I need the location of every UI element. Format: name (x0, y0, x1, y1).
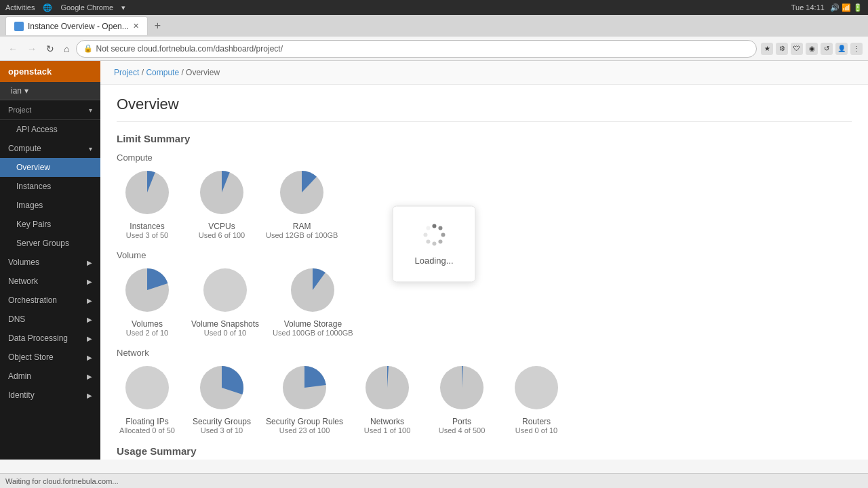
svg-point-4 (203, 268, 247, 312)
new-tab-button[interactable]: + (151, 20, 165, 32)
chart-label-1: Volume Snapshots (191, 319, 259, 329)
chart-item-0: Volumes Used 2 of 10 (117, 266, 178, 337)
chart-label-2: Volume Storage (284, 319, 342, 329)
volume-label: Volume (117, 250, 852, 260)
server-groups-label: Server Groups (16, 239, 69, 248)
dns-chevron-icon: ▶ (87, 316, 92, 323)
tab-favicon (14, 22, 24, 31)
chart-item-2: Security Group Rules Used 23 of 100 (266, 363, 343, 434)
sidebar-item-instances[interactable]: Instances (0, 177, 100, 196)
svg-point-11 (515, 366, 558, 409)
sidebar-group-volumes[interactable]: Volumes ▶ (0, 253, 100, 272)
activities-label[interactable]: Activities (5, 3, 35, 12)
chart-label-1: Security Groups (193, 417, 251, 426)
sidebar-group-data-processing[interactable]: Data Processing ▶ (0, 329, 100, 348)
sidebar-group-orchestration[interactable]: Orchestration ▶ (0, 291, 100, 310)
pie-chart-0 (123, 168, 172, 219)
loading-text: Loading... (414, 256, 453, 266)
sidebar-item-server-groups[interactable]: Server Groups (0, 234, 100, 253)
chart-item-3: Networks Used 1 of 100 (357, 363, 418, 434)
volume-section: Volume Volumes Used 2 of 10 Volume Snaps… (117, 250, 852, 337)
chrome-favicon: 🌐 (43, 3, 52, 12)
svg-point-14 (441, 233, 445, 237)
api-access-label: API Access (16, 125, 58, 134)
topbar-left: Activities 🌐 Google Chrome ▾ (5, 3, 125, 12)
extension-icon-1[interactable]: ⚙ (776, 43, 788, 55)
extension-icon-3[interactable]: ◉ (806, 43, 818, 55)
sidebar-group-network[interactable]: Network ▶ (0, 272, 100, 291)
pie-chart-2 (277, 168, 326, 219)
volumes-label: Volumes (8, 258, 39, 267)
network-charts-row: Floating IPs Allocated 0 of 50 Security … (117, 363, 852, 434)
chrome-label[interactable]: Google Chrome (60, 3, 113, 12)
sidebar-group-dns[interactable]: DNS ▶ (0, 310, 100, 329)
extension-icon-2[interactable]: 🛡 (791, 43, 803, 55)
instances-label: Instances (16, 182, 51, 191)
reload-icon[interactable]: ↺ (821, 43, 833, 55)
sidebar-group-identity[interactable]: Identity ▶ (0, 386, 100, 405)
svg-point-18 (423, 233, 427, 237)
spinner-svg: @keyframes spin { to { transform: rotate… (422, 223, 446, 247)
data-processing-label: Data Processing (8, 333, 68, 343)
volumes-chevron-icon: ▶ (87, 259, 92, 266)
spinner: @keyframes spin { to { transform: rotate… (422, 223, 446, 247)
admin-label: Admin (8, 371, 31, 381)
bookmark-icon[interactable]: ★ (761, 43, 773, 55)
sidebar-group-compute[interactable]: Compute ▾ (0, 139, 100, 158)
active-tab[interactable]: Instance Overview - Open... ✕ (5, 16, 148, 35)
svg-point-19 (426, 226, 430, 230)
chart-label-2: Security Group Rules (266, 417, 343, 426)
back-button[interactable]: ← (5, 42, 20, 56)
identity-chevron-icon: ▶ (87, 392, 92, 399)
chart-label-3: Networks (370, 417, 404, 426)
sidebar-item-images[interactable]: Images (0, 196, 100, 215)
sidebar-item-overview[interactable]: Overview (0, 158, 100, 177)
chart-item-2: RAM Used 12GB of 100GB (266, 168, 338, 239)
ian-dropdown[interactable]: ian ▾ (5, 85, 95, 97)
pie-chart-1 (201, 266, 250, 317)
user-profile-icon[interactable]: 👤 (835, 43, 848, 55)
svg-point-15 (438, 240, 442, 244)
chart-sublabel-0: Used 2 of 10 (126, 329, 168, 337)
sidebar-item-key-pairs[interactable]: Key Pairs (0, 215, 100, 234)
page-title: Overview (117, 96, 852, 122)
chart-sublabel-1: Used 6 of 100 (199, 231, 245, 239)
tab-close-button[interactable]: ✕ (133, 22, 139, 30)
network-label: Network (117, 348, 852, 358)
topbar-right: Tue 14:11 🔊 📶 🔋 (791, 3, 863, 12)
sidebar-item-api-access[interactable]: API Access (0, 120, 100, 139)
limit-summary-title: Limit Summary (117, 133, 852, 144)
compute-chevron-icon: ▾ (89, 145, 92, 152)
network-section: Network Floating IPs Allocated 0 of 50 S… (117, 348, 852, 434)
home-button[interactable]: ⌂ (61, 42, 72, 56)
usage-section: Usage Summary Select a period of time to… (117, 445, 852, 460)
forward-button[interactable]: → (24, 42, 39, 56)
chart-item-1: Security Groups Used 3 of 10 (191, 363, 252, 434)
pie-chart-4 (437, 363, 486, 414)
chart-label-4: Ports (452, 417, 471, 426)
tab-bar: Instance Overview - Open... ✕ + (0, 15, 868, 37)
reload-button[interactable]: ↻ (43, 42, 57, 56)
chrome-dropdown-icon[interactable]: ▾ (121, 3, 125, 12)
chart-sublabel-5: Used 0 of 10 (515, 426, 557, 434)
project-chevron-icon: ▾ (89, 106, 92, 114)
url-box[interactable]: 🔒 Not secure cloud.fortnebula.com/dashbo… (76, 40, 757, 58)
sidebar-group-admin[interactable]: Admin ▶ (0, 367, 100, 386)
sidebar-group-object-store[interactable]: Object Store ▶ (0, 348, 100, 367)
compute-section: Compute Instances Used 3 of 50 VCPUs Use… (117, 152, 852, 239)
breadcrumb-project[interactable]: Project (114, 68, 139, 77)
menu-icon[interactable]: ⋮ (850, 43, 863, 55)
orchestration-label: Orchestration (8, 296, 57, 305)
address-bar: ← → ↻ ⌂ 🔒 Not secure cloud.fortnebula.co… (0, 37, 868, 61)
breadcrumb-compute[interactable]: Compute (146, 68, 179, 77)
pie-chart-3 (363, 363, 412, 414)
topbar: Activities 🌐 Google Chrome ▾ Tue 14:11 🔊… (0, 0, 868, 15)
chart-sublabel-0: Used 3 of 50 (126, 231, 168, 239)
chart-item-4: Ports Used 4 of 500 (431, 363, 492, 434)
svg-point-13 (438, 226, 442, 230)
sidebar-project-header[interactable]: Project ▾ (0, 100, 100, 120)
project-label: Project (8, 106, 31, 114)
overview-label: Overview (16, 163, 50, 172)
svg-point-6 (125, 366, 169, 409)
ian-dropdown-area[interactable]: ian ▾ (0, 82, 100, 100)
